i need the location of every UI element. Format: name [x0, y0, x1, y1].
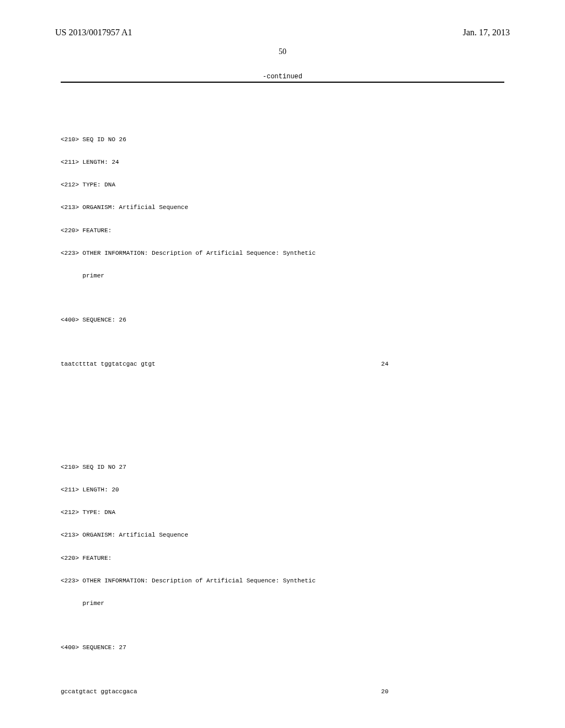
- page-container: US 2013/0017957 A1 Jan. 17, 2013 50 -con…: [0, 0, 565, 728]
- publication-date: Jan. 17, 2013: [463, 28, 510, 38]
- seq-nucleotides: taatctttat tggtatcgac gtgt: [61, 361, 156, 368]
- seq-tag: <211> LENGTH: 20: [61, 486, 510, 494]
- seq-tag: <213> ORGANISM: Artificial Sequence: [61, 532, 510, 539]
- seq-tag: <210> SEQ ID NO 26: [61, 136, 510, 144]
- page-number: 50: [55, 47, 510, 56]
- seq-length: 20: [381, 688, 388, 696]
- continued-label: -continued: [55, 73, 510, 81]
- seq-tag: <212> TYPE: DNA: [61, 181, 510, 189]
- seq-label: <400> SEQUENCE: 27: [61, 644, 510, 652]
- page-header: US 2013/0017957 A1 Jan. 17, 2013: [55, 28, 510, 38]
- seq-tag: <211> LENGTH: 24: [61, 159, 510, 167]
- sequence-listing: <210> SEQ ID NO 26 <211> LENGTH: 24 <212…: [55, 90, 510, 728]
- seq-tag: <223> OTHER INFORMATION: Description of …: [61, 250, 510, 258]
- seq-tag: <223> OTHER INFORMATION: Description of …: [61, 577, 510, 585]
- seq-tag: primer: [61, 272, 510, 280]
- seq-label: <400> SEQUENCE: 26: [61, 317, 510, 324]
- seq-nucleotides: gccatgtact ggtaccgaca: [61, 688, 137, 696]
- seq-block: <210> SEQ ID NO 26 <211> LENGTH: 24 <212…: [61, 121, 510, 383]
- publication-number: US 2013/0017957 A1: [55, 28, 132, 38]
- seq-tag: <213> ORGANISM: Artificial Sequence: [61, 204, 510, 212]
- seq-data-row: gccatgtact ggtaccgaca 20: [61, 688, 510, 696]
- seq-tag: <220> FEATURE:: [61, 227, 510, 235]
- seq-tag: <210> SEQ ID NO 27: [61, 464, 510, 472]
- seq-block: <210> SEQ ID NO 27 <211> LENGTH: 20 <212…: [61, 448, 510, 711]
- divider-line: [61, 82, 504, 83]
- seq-data-row: taatctttat tggtatcgac gtgt 24: [61, 361, 510, 368]
- seq-length: 24: [381, 361, 388, 368]
- seq-tag: <220> FEATURE:: [61, 555, 510, 563]
- seq-tag: primer: [61, 600, 510, 608]
- seq-tag: <212> TYPE: DNA: [61, 509, 510, 517]
